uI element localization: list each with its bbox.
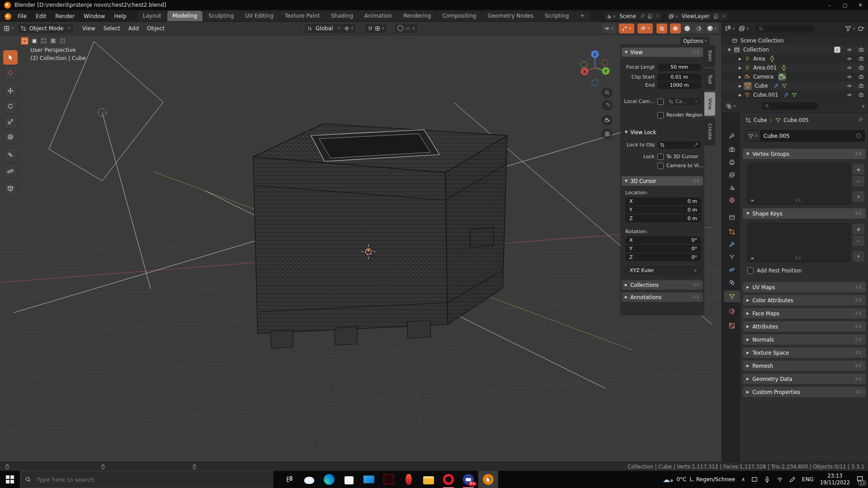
snap-target-dropdown[interactable]: ∨ — [341, 23, 357, 34]
taskbar-app-opera[interactable] — [439, 471, 458, 488]
new-viewlayer-icon[interactable] — [713, 14, 719, 19]
lock-3d-cursor-checkbox[interactable] — [657, 154, 664, 160]
collections-panel-header[interactable]: ▶Collections⠿⠿ — [622, 280, 703, 290]
render-visibility-icon[interactable] — [859, 92, 864, 98]
panel-grip[interactable]: ⠿⠿ — [855, 298, 862, 303]
blender-menu-icon[interactable] — [5, 13, 11, 20]
clock[interactable]: 23:13 19/11/2022 — [820, 473, 850, 486]
shape-key-remove-button[interactable]: − — [852, 235, 865, 247]
hide-eye-icon[interactable] — [847, 65, 852, 70]
face-maps-panel-header[interactable]: ▶Face Maps⠿⠿ — [743, 308, 866, 319]
tray-expand-chevron-icon[interactable]: ∨ — [741, 477, 745, 483]
datablock-type-button[interactable]: ∨ — [746, 131, 760, 141]
modifier-wrench-icon[interactable] — [774, 83, 779, 89]
tab-object-data[interactable] — [724, 291, 740, 302]
workspace-tab-shading[interactable]: Shading — [326, 11, 359, 21]
tool-scale[interactable] — [3, 114, 18, 129]
wireframe-chest[interactable] — [253, 124, 507, 348]
tab-output[interactable] — [724, 156, 740, 168]
tab-particles[interactable] — [724, 251, 740, 263]
normals-panel-header[interactable]: ▶Normals⠿⠿ — [743, 334, 866, 345]
taskbar-app-onedrive[interactable] — [299, 471, 319, 488]
hide-eye-icon[interactable] — [847, 83, 852, 89]
outliner-filter-button[interactable]: ∨ — [845, 25, 855, 32]
taskbar-app-mail[interactable] — [359, 471, 379, 488]
properties-editor-type-button[interactable]: ∨ — [726, 103, 736, 109]
vertex-group-add-button[interactable]: + — [852, 164, 865, 175]
gizmo-axis-neg-y[interactable] — [581, 61, 587, 68]
properties-options-button[interactable]: ∨ — [860, 103, 865, 108]
viewport-menu-add[interactable]: Add — [124, 25, 143, 32]
tool-rotate[interactable] — [3, 99, 18, 113]
workspace-tab-compositing[interactable]: Compositing — [437, 11, 481, 21]
collection-checkbox[interactable]: ✓ — [834, 47, 840, 53]
tool-move[interactable] — [3, 84, 18, 98]
outliner-row-area[interactable]: ▶ Area — [722, 54, 868, 63]
select-mode-subtract[interactable] — [39, 37, 48, 45]
overlays-toggle[interactable]: ∨ — [637, 23, 653, 33]
tab-material[interactable] — [724, 305, 740, 317]
panel-grip[interactable]: ⠿⠿ — [855, 324, 862, 329]
minimize-button[interactable]: – — [822, 0, 837, 10]
workspace-tab-geometry-nodes[interactable]: Geometry Nodes — [482, 11, 539, 21]
ortho-toggle-button[interactable] — [602, 128, 613, 139]
snap-toggle[interactable]: ∨ — [364, 23, 387, 34]
zoom-button[interactable] — [602, 87, 613, 98]
workspace-tab-layout[interactable]: Layout — [137, 11, 167, 21]
list-resize-grip[interactable]: ⠿⠿ — [795, 256, 802, 261]
clip-end-field[interactable]: 1000 m — [657, 82, 701, 89]
modifier-wrench-icon[interactable] — [783, 92, 789, 98]
shading-solid-button[interactable] — [682, 23, 693, 33]
workspace-tab-uv-editing[interactable]: UV Editing — [240, 11, 279, 21]
camera-data-icon[interactable] — [778, 73, 786, 81]
new-scene-icon[interactable] — [647, 14, 653, 19]
disclosure-collapsed-icon[interactable]: ▶ — [737, 75, 743, 79]
mode-dropdown[interactable]: Object Mode∨ — [18, 23, 74, 34]
scene-name[interactable]: Scene — [616, 13, 640, 19]
workspace-tab-sculpting[interactable]: Sculpting — [203, 11, 239, 21]
weather-widget[interactable]: ☁❄ 0°C L. Regen/Schnee — [663, 475, 735, 484]
viewlayer-selector[interactable]: ∨ ViewLayer — [666, 11, 729, 21]
start-button[interactable] — [0, 471, 20, 488]
outliner-row-scene-collection[interactable]: Scene Collection — [722, 36, 868, 45]
panel-grip[interactable]: ⠿⠿ — [855, 311, 862, 316]
color-attributes-panel-header[interactable]: ▶Color Attributes⠿⠿ — [743, 295, 866, 305]
cursor-location-x-field[interactable]: X0 m — [625, 197, 701, 205]
menu-window[interactable]: Window — [79, 11, 109, 21]
view-lock-subheader[interactable]: ▼View Lock — [622, 127, 703, 137]
clip-start-field[interactable]: 0.01 m — [657, 74, 701, 81]
cursor-location-y-field[interactable]: Y0 m — [625, 206, 701, 214]
language-indicator[interactable]: ENG — [802, 476, 814, 483]
outliner-filter-id-button[interactable]: ∨ — [739, 25, 749, 32]
fake-user-shield-icon[interactable] — [856, 133, 861, 139]
cursor-3d-panel-header[interactable]: ▼3D Cursor⠿⠿ — [622, 176, 703, 186]
uv-maps-panel-header[interactable]: ▶UV Maps⠿⠿ — [743, 282, 866, 292]
outliner-search-input[interactable] — [755, 25, 814, 33]
texture-space-panel-header[interactable]: ▶Texture Space⠿⠿ — [743, 347, 866, 358]
viewlayer-name[interactable]: ViewLayer — [678, 13, 713, 19]
workspace-tab-rendering[interactable]: Rendering — [398, 11, 436, 21]
shape-keys-panel-header[interactable]: ▼Shape Keys⠿⠿ — [743, 208, 866, 219]
taskbar-app-red[interactable] — [399, 471, 419, 488]
xray-toggle[interactable] — [656, 23, 667, 33]
disclosure-collapsed-icon[interactable]: ▶ — [737, 84, 743, 88]
taskbar-app-edge[interactable] — [319, 471, 339, 488]
local-camera-checkbox[interactable] — [657, 99, 664, 105]
outliner-row-camera[interactable]: ▶ Camera — [722, 72, 868, 81]
tab-object[interactable] — [724, 226, 740, 238]
taskbar-app-dark-red[interactable] — [379, 471, 399, 488]
panel-grip[interactable]: ⠿⠿ — [855, 152, 862, 156]
tab-texture[interactable] — [724, 320, 740, 332]
tab-modifiers[interactable] — [724, 239, 740, 250]
breadcrumb-object[interactable]: Cube — [754, 117, 767, 123]
light-data-icon[interactable] — [780, 64, 788, 72]
tab-constraints[interactable] — [724, 277, 740, 288]
action-center-button[interactable]: 13 — [856, 475, 863, 484]
npanel-tab-create[interactable]: Create — [704, 117, 715, 145]
hide-eye-icon[interactable] — [847, 47, 852, 52]
panel-grip[interactable]: ⠿⠿ — [693, 295, 700, 300]
outliner-row-cube[interactable]: ▶ Cube — [722, 81, 868, 90]
disclosure-collapsed-icon[interactable]: ▶ — [737, 93, 743, 97]
list-expand-icon[interactable]: ▶ — [751, 256, 754, 260]
hide-eye-icon[interactable] — [847, 74, 852, 80]
